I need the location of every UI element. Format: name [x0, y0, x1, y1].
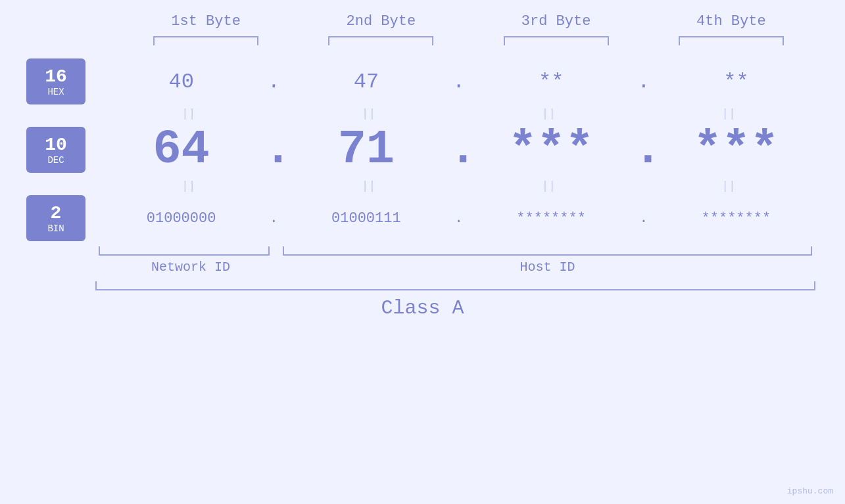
bin-value-4: ******** — [654, 210, 819, 227]
main-container: 1st Byte 2nd Byte 3rd Byte 4th Byte 16 H… — [0, 0, 845, 504]
eq-4: || — [639, 107, 819, 120]
hex-value-2: 47 — [283, 70, 448, 94]
eq-separator-1: || || || || — [26, 107, 819, 120]
top-bracket-cell-2 — [293, 36, 468, 45]
class-a-label: Class A — [26, 297, 819, 319]
bin-value-1: 01000000 — [99, 210, 264, 227]
hex-value-4: ** — [654, 70, 819, 94]
byte-header-2: 2nd Byte — [293, 13, 468, 30]
bin-value-2: 01000111 — [283, 210, 448, 227]
top-bracket-cell-3 — [469, 36, 644, 45]
hex-badge: 16 HEX — [26, 58, 85, 104]
bin-badge-label: BIN — [47, 223, 64, 234]
hex-dot-1: . — [264, 70, 283, 94]
hex-dot-2: . — [449, 70, 469, 94]
eq-separator-2: || || || || — [26, 179, 819, 193]
dec-badge-label: DEC — [47, 155, 64, 166]
bin-dot-3: . — [634, 210, 654, 227]
bin-row-group: 2 BIN 01000000 . 01000111 . ******** . *… — [26, 195, 819, 241]
eq-3: || — [459, 107, 639, 120]
top-bracket-cell-4 — [644, 36, 819, 45]
byte-headers-row: 1st Byte 2nd Byte 3rd Byte 4th Byte — [26, 13, 819, 30]
segment-labels-row: Network ID Host ID — [26, 260, 819, 275]
dec-values-row: 64 . 71 . *** . *** — [99, 123, 819, 177]
dec-value-1: 64 — [99, 123, 264, 177]
dec-value-4: *** — [654, 123, 819, 177]
bin-dot-2: . — [449, 210, 469, 227]
eq-6: || — [279, 179, 459, 193]
dec-badge: 10 DEC — [26, 127, 85, 173]
byte-header-4: 4th Byte — [644, 13, 819, 30]
top-bracket-4 — [679, 36, 784, 45]
hex-badge-number: 16 — [45, 66, 67, 87]
eq-8: || — [639, 179, 819, 193]
network-id-bracket — [99, 246, 270, 256]
top-bracket-2 — [328, 36, 433, 45]
hex-dot-3: . — [634, 70, 654, 94]
bin-badge: 2 BIN — [26, 195, 85, 241]
dec-dot-1: . — [264, 123, 283, 177]
class-a-bracket — [95, 281, 815, 290]
hex-badge-label: HEX — [47, 87, 64, 97]
hex-row-group: 16 HEX 40 . 47 . ** . ** — [26, 58, 819, 104]
byte-header-3: 3rd Byte — [469, 13, 644, 30]
dec-value-3: *** — [469, 123, 634, 177]
network-id-label: Network ID — [99, 260, 283, 275]
top-brackets-row — [26, 36, 819, 45]
eq-2: || — [279, 107, 459, 120]
host-id-bracket — [283, 246, 812, 256]
top-bracket-3 — [504, 36, 609, 45]
dec-dot-2: . — [449, 123, 469, 177]
dec-badge-number: 10 — [45, 135, 67, 155]
dec-dot-3: . — [634, 123, 654, 177]
top-bracket-1 — [153, 36, 258, 45]
eq-7: || — [459, 179, 639, 193]
hex-values-row: 40 . 47 . ** . ** — [99, 70, 819, 94]
eq-1: || — [99, 107, 279, 120]
site-credit: ipshu.com — [787, 486, 833, 496]
hex-value-3: ** — [469, 70, 634, 94]
eq-5: || — [99, 179, 279, 193]
bin-values-row: 01000000 . 01000111 . ******** . *******… — [99, 210, 819, 227]
dec-value-2: 71 — [283, 123, 448, 177]
top-bracket-cell-1 — [118, 36, 293, 45]
hex-value-1: 40 — [99, 70, 264, 94]
host-id-label: Host ID — [283, 260, 812, 275]
byte-header-1: 1st Byte — [118, 13, 293, 30]
bin-value-3: ******** — [469, 210, 634, 227]
bin-dot-1: . — [264, 210, 283, 227]
bottom-brackets-container — [26, 246, 819, 256]
dec-row-group: 10 DEC 64 . 71 . *** . *** — [26, 123, 819, 177]
bin-badge-number: 2 — [51, 203, 62, 223]
